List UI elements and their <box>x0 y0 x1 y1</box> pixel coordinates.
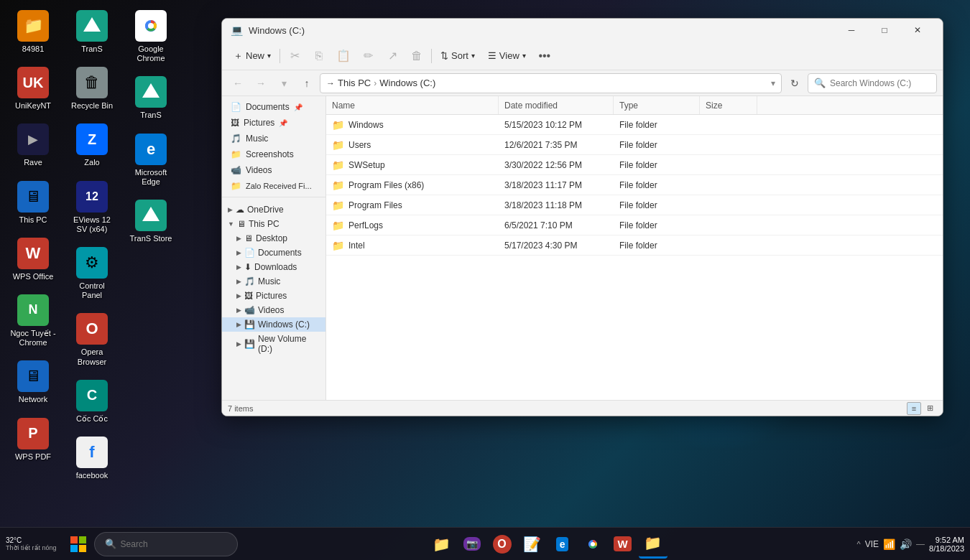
table-row[interactable]: 📁 Intel 5/17/2023 4:30 PM File folder <box>326 235 943 256</box>
refresh-button[interactable]: ↻ <box>785 73 805 93</box>
sidebar-item-pictures-nav[interactable]: ▶ 🖼 Pictures <box>222 289 325 303</box>
view-button[interactable]: ☰ View ▾ <box>482 47 532 64</box>
desktop-icon-network[interactable]: 🖥 Network <box>7 358 59 407</box>
sidebar-item-windows-c[interactable]: ▶ 💾 Windows (C:) <box>222 317 325 332</box>
sidebar-item-desktop[interactable]: ▶ 🖥 Desktop <box>222 231 325 246</box>
taskbar-app-opera[interactable]: O <box>488 530 517 559</box>
taskbar-search[interactable]: 🔍 <box>94 532 238 556</box>
desktop-icon-84981[interactable]: 📁 84981 <box>7 7 59 57</box>
rename-button[interactable]: ✏ <box>356 45 379 67</box>
cut-button[interactable]: ✂ <box>283 45 306 67</box>
taskbar-app-folder[interactable]: 📁 <box>639 530 668 559</box>
desktop-icon-trans[interactable]: TranS <box>66 7 118 57</box>
taskbar-app-chrome[interactable] <box>578 530 607 559</box>
table-row[interactable]: 📁 PerfLogs 6/5/2021 7:10 PM File folder <box>326 215 943 235</box>
sidebar-item-downloads[interactable]: ▶ ⬇ Downloads <box>222 260 325 274</box>
taskbar-app-edge[interactable]: e <box>548 530 577 559</box>
taskbar-app-media[interactable]: 📷 <box>458 530 486 559</box>
tray-chevron-icon[interactable]: ^ <box>857 540 861 549</box>
sidebar-item-music[interactable]: 🎵 Music <box>222 131 325 146</box>
tray-lang[interactable]: VIE <box>865 539 879 549</box>
sidebar-item-screenshots[interactable]: 📁 Screenshots <box>222 146 325 162</box>
sidebar-item-pictures-pinned[interactable]: 🖼 Pictures 📌 <box>222 115 325 131</box>
recent-button[interactable]: ▾ <box>274 73 294 93</box>
sidebar-item-onedrive[interactable]: ▶ ☁ OneDrive <box>222 202 325 217</box>
sidebar-label-windows-c: Windows (C:) <box>258 319 310 330</box>
minimize-button[interactable]: ─ <box>835 19 868 42</box>
desktop-icon-chrome-n[interactable]: N Ngoc Tuyết - Chrome <box>7 291 59 350</box>
taskbar-app-wps[interactable]: W <box>609 530 637 559</box>
sidebar-item-this-pc[interactable]: ▼ 🖥 This PC <box>222 217 325 231</box>
title-bar-icon: 💻 <box>231 24 243 36</box>
sidebar-icon-music-nav: 🎵 <box>244 276 255 286</box>
search-icon: 🔍 <box>814 78 826 88</box>
grid-view-button[interactable]: ⊞ <box>923 402 937 415</box>
taskbar-app-files[interactable]: 📁 <box>428 530 456 559</box>
column-header-size[interactable]: Size <box>700 96 757 114</box>
forward-button[interactable]: → <box>251 73 271 93</box>
table-row[interactable]: 📁 Program Files (x86) 3/18/2023 11:17 PM… <box>326 175 943 195</box>
sidebar-item-music-nav[interactable]: ▶ 🎵 Music <box>222 274 325 289</box>
desktop-icon-recycle[interactable]: 🗑 Recycle Bin <box>66 64 118 113</box>
search-input[interactable] <box>830 78 923 88</box>
delete-button[interactable]: 🗑 <box>405 45 428 67</box>
sidebar-item-documents-pinned[interactable]: 📄 Documents 📌 <box>222 99 325 115</box>
desktop-icon-unikeynт[interactable]: UK UniKeyNT <box>7 64 59 113</box>
desktop-icon-opera[interactable]: O Opera Browser <box>66 310 118 369</box>
sidebar-item-documents[interactable]: ▶ 📄 Documents <box>222 246 325 260</box>
up-button[interactable]: ↑ <box>297 73 317 93</box>
desktop-icon-rave[interactable]: ▶ Rave <box>7 121 59 170</box>
list-view-button[interactable]: ≡ <box>907 402 921 415</box>
column-header-name[interactable]: Name <box>326 96 499 114</box>
file-type-cell: File folder <box>614 120 700 130</box>
sidebar-item-zalo-received[interactable]: 📁 Zalo Received Fi... <box>222 178 325 194</box>
desktop-icon-wps-pdf[interactable]: P WPS PDF <box>7 415 59 465</box>
new-button[interactable]: ＋ New ▾ <box>228 47 277 65</box>
column-header-date[interactable]: Date modified <box>499 96 614 114</box>
desktop-icon-google-chrome[interactable]: Google Chrome <box>125 7 177 66</box>
table-row[interactable]: 📁 Windows 5/15/2023 10:12 PM File folder <box>326 115 943 135</box>
icon-img-control-panel: ⚙ <box>76 247 108 279</box>
sidebar-icon-videos-nav: 📹 <box>244 305 255 315</box>
table-row[interactable]: 📁 Users 12/6/2021 7:35 PM File folder <box>326 135 943 155</box>
maximize-button[interactable]: □ <box>868 19 901 42</box>
tray-volume-icon[interactable]: 🔊 <box>900 538 912 550</box>
table-row[interactable]: 📁 Program Files 3/18/2023 11:18 PM File … <box>326 195 943 215</box>
search-box[interactable]: 🔍 <box>808 73 937 93</box>
desktop-icon-msedge[interactable]: e Microsoft Edge <box>125 131 177 190</box>
column-header-type[interactable]: Type <box>614 96 700 114</box>
sidebar-label-screenshots: Screenshots <box>246 149 294 159</box>
close-button[interactable]: ✕ <box>901 19 934 42</box>
back-button[interactable]: ← <box>228 73 248 93</box>
desktop-icon-this-pc[interactable]: 🖥 This PC <box>7 178 59 228</box>
desktop-icon-control-panel[interactable]: ⚙ Control Panel <box>66 244 118 303</box>
sidebar-item-videos-nav[interactable]: ▶ 📹 Videos <box>222 303 325 317</box>
desktop-icon-zalo[interactable]: Z Zalo <box>66 121 118 170</box>
sort-button[interactable]: ⇅ Sort ▾ <box>435 47 481 64</box>
table-row[interactable]: 📁 SWSetup 3/30/2022 12:56 PM File folder <box>326 155 943 175</box>
sidebar-label-zalo-received: Zalo Received Fi... <box>246 182 312 190</box>
paste-button[interactable]: 📋 <box>332 45 355 67</box>
sidebar-label-music: Music <box>246 134 268 144</box>
more-button[interactable]: ••• <box>533 45 556 67</box>
start-button[interactable] <box>65 531 91 557</box>
sidebar-item-videos[interactable]: 📹 Videos <box>222 162 325 178</box>
desktop-icon-trans2[interactable]: TranS <box>125 73 177 123</box>
taskbar-app-notepad[interactable]: 📝 <box>518 530 547 559</box>
taskbar-search-input[interactable] <box>121 539 221 549</box>
desktop-icon-coccoc[interactable]: C Cốc Cốc <box>66 377 118 426</box>
tray-wifi-icon[interactable]: 📶 <box>883 538 895 550</box>
desktop-icons: 📁 84981 UK UniKeyNT ▶ Rave 🖥 This PC W <box>0 0 170 517</box>
desktop-icon-trans-store[interactable]: TranS Store <box>125 197 177 246</box>
desktop-icon-wps[interactable]: W WPS Office <box>7 235 59 284</box>
desktop-icon-eviews[interactable]: 12 EViews 12 SV (x64) <box>66 178 118 237</box>
desktop-icon-facebook[interactable]: f facebook <box>66 434 118 483</box>
taskbar-clock[interactable]: 9:52 AM 8/18/2023 <box>929 536 964 553</box>
folder-icon: 📁 <box>332 179 344 191</box>
sidebar-icon-documents-pinned: 📄 <box>231 102 241 112</box>
sidebar-item-new-volume[interactable]: ▶ 💾 New Volume (D:) <box>222 332 325 356</box>
address-path[interactable]: → This PC › Windows (C:) ▾ <box>320 73 782 93</box>
copy-button[interactable]: ⎘ <box>308 45 331 67</box>
share-button[interactable]: ↗ <box>381 45 404 67</box>
path-dropdown-icon[interactable]: ▾ <box>771 78 775 88</box>
